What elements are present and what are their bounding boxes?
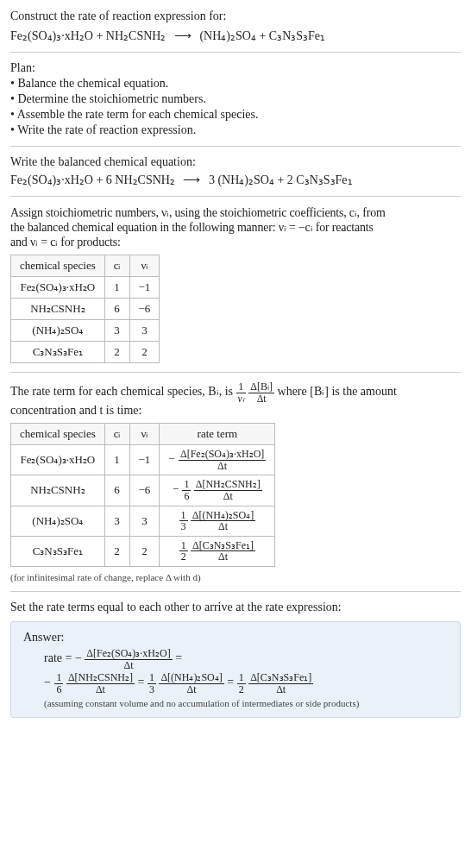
table-row: Fe₂(SO₄)₃·xH₂O 1 −1	[11, 277, 160, 299]
ueq-lhs2: NH₂CSNH₂	[106, 29, 166, 42]
frac-den: 2	[237, 684, 246, 695]
cell-ci: 2	[104, 536, 129, 566]
cell-ci: 1	[104, 277, 129, 299]
rate-frac: Δ[Fe₂(SO₄)₃·xH₂O] Δt	[179, 449, 266, 471]
divider	[10, 146, 461, 147]
ueq-plus2: +	[256, 29, 269, 42]
beq-plus1: + 6	[93, 173, 115, 186]
cell-species: NH₂CSNH₂	[11, 475, 105, 506]
rate-frac: Δ[C₃N₃S₃Fe₁] Δt	[191, 540, 255, 563]
cell-vi: 3	[129, 506, 160, 536]
rate-term-section: The rate term for each chemical species,…	[10, 381, 461, 582]
divider	[10, 196, 461, 197]
cell-vi: −6	[129, 299, 160, 320]
ueq-lhs1: Fe₂(SO₄)₃·xH₂O	[10, 29, 93, 42]
plan-item: Assemble the rate term for each chemical…	[10, 108, 461, 122]
frac-num: 1	[179, 540, 188, 552]
cell-species: Fe₂(SO₄)₃·xH₂O	[11, 277, 105, 299]
arrow-icon: ⟶	[183, 173, 200, 187]
ans-l1-post: =	[175, 651, 182, 664]
frac-den: 3	[179, 521, 188, 532]
beq-rhs2: C₃N₃S₃Fe₁	[296, 173, 352, 186]
frac-num: Δ[Fe₂(SO₄)₃·xH₂O]	[179, 449, 266, 461]
answer-note: (assuming constant volume and no accumul…	[44, 698, 448, 708]
stoich-table: chemical species cᵢ νᵢ Fe₂(SO₄)₃·xH₂O 1 …	[10, 255, 160, 363]
cell-vi: 2	[129, 342, 160, 363]
balanced-heading: Write the balanced chemical equation:	[10, 155, 461, 169]
rate-term-text-1b: where [Bᵢ] is the amount	[278, 385, 397, 398]
cell-ci: 3	[104, 320, 129, 342]
table-row: NH₂CSNH₂ 6 −6	[11, 299, 160, 320]
ans-l2-f3: Δ[C₃N₃S₃Fe₁] Δt	[248, 672, 313, 695]
neg-sign: −	[168, 452, 174, 465]
frac-num: 1	[237, 672, 246, 684]
plan-item: Balance the chemical equation.	[10, 77, 461, 91]
frac-den: Δt	[85, 660, 172, 671]
ueq-rhs1: (NH₄)₂SO₄	[199, 29, 255, 42]
balanced-section: Write the balanced chemical equation: Fe…	[10, 155, 461, 187]
table-row: (NH₄)₂SO₄ 3 3	[11, 320, 160, 342]
cell-vi: −1	[129, 277, 160, 299]
answer-box: Answer: rate = − Δ[Fe₂(SO₄)₃·xH₂O] Δt = …	[10, 621, 461, 718]
cell-ci: 3	[104, 506, 129, 536]
cell-ci: 6	[104, 299, 129, 320]
th-ci: cᵢ	[104, 424, 129, 445]
cell-species: Fe₂(SO₄)₃·xH₂O	[11, 445, 105, 475]
assign-text-2: the balanced chemical equation in the fo…	[10, 220, 461, 235]
beq-lhs2: NH₂CSNH₂	[115, 173, 175, 186]
rate-term-table: chemical species cᵢ νᵢ rate term Fe₂(SO₄…	[10, 423, 275, 567]
frac-den: 3	[148, 684, 156, 695]
table-row: C₃N₃S₃Fe₁ 2 2 1 2 Δ[C₃N₃S₃Fe₁] Δt	[11, 536, 275, 566]
plan-list: Balance the chemical equation. Determine…	[10, 77, 461, 137]
frac-den: 6	[182, 491, 191, 502]
ans-l2-neg: −	[44, 676, 51, 689]
set-equal-text: Set the rate terms equal to each other t…	[10, 601, 461, 614]
cell-species: NH₂CSNH₂	[11, 299, 105, 320]
assign-text-1: Assign stoichiometric numbers, νᵢ, using…	[10, 205, 461, 220]
divider	[10, 591, 461, 592]
frac-den: Δt	[179, 461, 266, 472]
frac-num: Δ[C₃N₃S₃Fe₁]	[248, 672, 313, 684]
coef-frac: 1 2	[179, 540, 188, 563]
cell-species: C₃N₃S₃Fe₁	[11, 536, 105, 566]
frac-den: Δt	[191, 551, 255, 563]
frac-num: Δ[NH₂CSNH₂]	[194, 479, 262, 491]
assign-text-3: and νᵢ = cᵢ for products:	[10, 235, 461, 249]
table-row: (NH₄)₂SO₄ 3 3 1 3 Δ[(NH₄)₂SO₄] Δt	[11, 506, 275, 536]
cell-vi: −6	[129, 475, 160, 506]
frac-num: 1	[54, 672, 63, 684]
set-equal-section: Set the rate terms equal to each other t…	[10, 601, 461, 614]
plan-section: Plan: Balance the chemical equation. Det…	[10, 61, 461, 137]
ueq-rhs2: C₃N₃S₃Fe₁	[269, 29, 325, 42]
table-row: C₃N₃S₃Fe₁ 2 2	[11, 342, 160, 363]
th-ci: cᵢ	[104, 255, 129, 277]
beq-plus2: + 2	[274, 173, 296, 186]
cell-ci: 6	[104, 475, 129, 506]
frac-num: 1	[179, 510, 188, 522]
rate-frac: Δ[(NH₄)₂SO₄] Δt	[191, 510, 255, 532]
cell-species: (NH₄)₂SO₄	[11, 320, 105, 342]
frac-num: Δ[Fe₂(SO₄)₃·xH₂O]	[85, 648, 172, 660]
ans-eq1: =	[137, 676, 147, 689]
frac-den: Δt	[248, 393, 274, 405]
cell-vi: 3	[129, 320, 160, 342]
unbalanced-equation: Fe₂(SO₄)₃·xH₂O + NH₂CSNH₂ ⟶ (NH₄)₂SO₄ + …	[10, 28, 461, 43]
ans-l1-frac: Δ[Fe₂(SO₄)₃·xH₂O] Δt	[85, 648, 172, 670]
cell-vi: −1	[129, 445, 160, 475]
beq-rhs1: (NH₄)₂SO₄	[217, 173, 273, 186]
beq-lhs1: Fe₂(SO₄)₃·xH₂O	[10, 173, 93, 186]
cell-species: C₃N₃S₃Fe₁	[11, 342, 105, 363]
table-header-row: chemical species cᵢ νᵢ rate term	[11, 424, 275, 445]
rate-frac: Δ[NH₂CSNH₂] Δt	[194, 479, 262, 501]
th-species: chemical species	[11, 255, 105, 277]
frac-num: 1	[148, 672, 156, 684]
divider	[10, 372, 461, 373]
cell-ci: 1	[104, 445, 129, 475]
rate-term-frac2: Δ[Bᵢ] Δt	[248, 381, 274, 404]
ans-eq2: =	[227, 676, 236, 689]
neg-sign: −	[173, 482, 179, 495]
ans-l2-c3: 1 2	[237, 672, 246, 695]
frac-num: Δ[NH₂CSNH₂]	[66, 672, 135, 684]
cell-vi: 2	[129, 536, 160, 566]
answer-line-1: rate = − Δ[Fe₂(SO₄)₃·xH₂O] Δt =	[44, 648, 448, 670]
